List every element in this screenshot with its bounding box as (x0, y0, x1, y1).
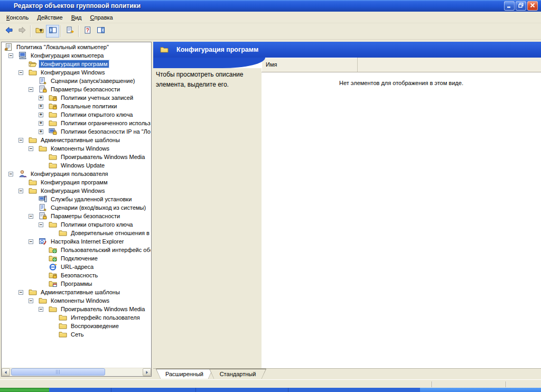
tree-item[interactable]: −Политики открытого ключа (2, 220, 151, 229)
tree-item[interactable]: −Компоненты Windows (2, 144, 151, 153)
tree-item[interactable]: Пользовательский интерфейс обоз (2, 246, 151, 254)
tree-item[interactable]: Конфигурация программ (2, 178, 151, 186)
description-panel: Чтобы просмотреть описание элемента, выд… (153, 68, 262, 368)
taskbar[interactable] (0, 388, 541, 392)
security-doc-icon (39, 212, 47, 220)
forward-button[interactable] (15, 25, 29, 38)
tree-item[interactable]: −Конфигурация компьютера (2, 51, 151, 60)
column-name-header[interactable]: Имя (262, 58, 358, 72)
menu-item-2[interactable]: Действие (33, 13, 67, 22)
close-icon (529, 1, 536, 11)
collapse-icon[interactable]: − (29, 87, 33, 92)
tree-item[interactable]: Windows Update (2, 161, 151, 170)
show-hide-console-tree-button[interactable] (46, 25, 59, 38)
tree-item[interactable]: −Настройка Internet Explorer (2, 237, 151, 246)
collapse-icon[interactable]: − (29, 298, 33, 303)
help-button[interactable]: ? (81, 25, 94, 38)
collapse-icon[interactable]: − (8, 53, 13, 58)
tree-item[interactable]: +Политики учетных записей (2, 94, 151, 102)
collapse-icon[interactable]: − (18, 138, 23, 143)
scrollbar-track[interactable] (10, 368, 143, 376)
export-list-button[interactable] (63, 25, 77, 38)
view-tabs: РасширенныйСтандартный (153, 368, 541, 379)
show-hide-detail-button[interactable] (94, 25, 107, 38)
tree-item[interactable]: Безопасность (2, 271, 151, 279)
menu-item-4[interactable]: Справка (86, 13, 117, 22)
minimize-button[interactable] (504, 1, 515, 11)
tree-item[interactable]: Воспроизведение (2, 322, 151, 330)
tree-item[interactable]: +Политики открытого ключа (2, 110, 151, 119)
tree-item[interactable]: −Административные шаблоны (2, 136, 151, 144)
collapse-icon[interactable]: − (39, 307, 43, 312)
tree-item[interactable]: +Локальные политики (2, 102, 151, 110)
tree-item[interactable]: Сценарии (запуск/завершение) (2, 77, 151, 85)
scrollbar-thumb[interactable] (11, 368, 105, 376)
tree-indent: − (8, 53, 18, 58)
folder-icon (59, 313, 67, 322)
tree-item[interactable]: Конфигурация программ (2, 60, 151, 68)
tree-item[interactable]: −Административные шаблоны (2, 288, 151, 296)
tab-extended[interactable]: Расширенный (156, 369, 213, 379)
tree-item[interactable]: URL-адреса (2, 263, 151, 271)
items-list[interactable]: Нет элементов для отображения в этом вид… (262, 72, 541, 368)
tree-item[interactable]: Программы (2, 279, 151, 288)
status-bar (0, 379, 541, 388)
collapse-icon[interactable]: − (18, 189, 23, 193)
menu-item-3[interactable]: Вид (67, 13, 86, 22)
folder-icon (29, 68, 37, 77)
collapse-icon[interactable]: − (18, 290, 23, 295)
tree-item[interactable]: −Конфигурация пользователя (2, 170, 151, 178)
empty-list-message: Нет элементов для отображения в этом вид… (262, 72, 541, 86)
back-button[interactable] (2, 25, 15, 38)
horizontal-scrollbar[interactable] (2, 368, 151, 376)
tree-item[interactable]: −Конфигурация Windows (2, 68, 151, 77)
tree-item[interactable]: −Проигрыватель Windows Media (2, 305, 151, 313)
tree-item[interactable]: −Конфигурация Windows (2, 186, 151, 195)
tree-item[interactable]: +Политики ограниченного использов (2, 119, 151, 127)
tree-item[interactable]: Сеть (2, 330, 151, 339)
collapse-icon[interactable]: − (18, 70, 23, 75)
header-curve (153, 58, 265, 68)
tree-item[interactable]: Доверительные отношения в пр (2, 229, 151, 237)
start-button-edge[interactable] (0, 388, 49, 392)
collapse-icon[interactable]: − (29, 214, 33, 219)
folder-icon (29, 186, 37, 195)
tree-item[interactable]: −Параметры безопасности (2, 212, 151, 220)
folder-icon (59, 229, 67, 237)
folder-icon (49, 161, 57, 170)
expand-icon[interactable]: + (39, 104, 43, 109)
tree-item-label: Сценарии (вход/выход из системы) (49, 204, 147, 211)
title-bar[interactable]: Редактор объектов групповой политики (0, 0, 541, 12)
tree-item-label: Проигрыватель Windows Media (59, 153, 146, 161)
expand-icon[interactable]: + (39, 121, 43, 126)
tree-item[interactable]: +Политики безопасности IP на "Лока (2, 127, 151, 136)
expand-icon[interactable]: + (39, 96, 43, 100)
expand-icon[interactable]: + (39, 129, 43, 134)
close-button[interactable] (527, 1, 538, 11)
collapse-icon[interactable]: − (8, 172, 13, 176)
up-one-level-button[interactable] (33, 25, 46, 38)
collapse-icon[interactable]: − (39, 222, 43, 227)
tab-standard[interactable]: Стандартный (209, 369, 266, 379)
tree-item[interactable]: Службы удаленной установки (2, 195, 151, 203)
folder-icon (29, 178, 37, 186)
menu-item-1[interactable]: Консоль (2, 13, 33, 22)
expand-icon[interactable]: + (39, 113, 43, 117)
tree-item-label: Конфигурация программ (39, 179, 109, 186)
tree-item[interactable]: −Компоненты Windows (2, 296, 151, 305)
tree-item[interactable]: Сценарии (вход/выход из системы) (2, 203, 151, 212)
tree-item[interactable]: −Параметры безопасности (2, 85, 151, 94)
restore-button[interactable] (516, 1, 526, 11)
tree-indent: − (29, 239, 39, 244)
scroll-left-button[interactable] (2, 368, 10, 376)
tree-item[interactable]: Интерфейс пользователя (2, 313, 151, 322)
tree-item[interactable]: Подключение (2, 254, 151, 263)
tree-item[interactable]: Проигрыватель Windows Media (2, 153, 151, 161)
back-icon (5, 26, 13, 36)
tree-indent: − (18, 138, 29, 143)
tree-item-label: Компоненты Windows (49, 297, 111, 304)
collapse-icon[interactable]: − (29, 239, 33, 244)
collapse-icon[interactable]: − (29, 146, 33, 151)
scroll-right-button[interactable] (143, 368, 151, 376)
tree-item[interactable]: Политика "Локальный компьютер" (2, 43, 151, 51)
